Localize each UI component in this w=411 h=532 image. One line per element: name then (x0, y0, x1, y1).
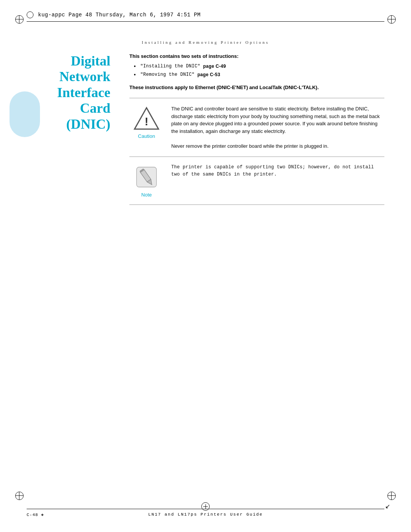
svg-text:!: ! (145, 115, 148, 128)
bullet1-bold: page C-49 (203, 64, 226, 69)
right-column: This section contains two sets of instru… (129, 53, 384, 212)
note-icon-block: Note (129, 164, 164, 198)
title-block: Digital Network Interface Card (DNIC) (27, 53, 122, 132)
reg-mark-br (386, 490, 397, 502)
content-area: Digital Network Interface Card (DNIC) Th… (27, 53, 384, 494)
note-label: Note (141, 192, 151, 198)
page: kug-appc Page 48 Thursday, March 6, 1997… (0, 0, 411, 532)
title-line1: Digital (27, 53, 110, 69)
divider-3 (129, 204, 384, 205)
footer: C-48 ❖ LN17 and LN17ps Printers User Gui… (27, 509, 384, 517)
reg-mark-tl (14, 14, 25, 25)
reg-mark-bl (14, 490, 25, 502)
caution-section: ! Caution The DNIC and controller board … (129, 105, 384, 150)
section-label: Installing and Removing Printer Options (0, 40, 411, 45)
header-bar: kug-appc Page 48 Thursday, March 6, 1997… (27, 11, 384, 22)
reg-mark-tr (386, 14, 397, 25)
caution-triangle-icon: ! (133, 105, 160, 132)
bullet1-mono: "Installing the DNIC" (140, 64, 203, 69)
apply-text: These instructions apply to Ethernet (DN… (129, 84, 384, 91)
note-section: Note The printer is capable of supportin… (129, 164, 384, 198)
divider-2 (129, 157, 384, 157)
corner-arrow-icon: ↙ (385, 503, 390, 510)
left-column: Digital Network Interface Card (DNIC) (27, 53, 122, 132)
bullet-item-2: "Removing the DNIC" page C-53 (133, 72, 384, 78)
title-line2: Network (27, 69, 110, 85)
bullet-list: "Installing the DNIC" page C-49 "Removin… (133, 64, 384, 78)
bullet-item-1: "Installing the DNIC" page C-49 (133, 64, 384, 70)
caution-text: The DNIC and controller board are sensit… (171, 105, 384, 150)
note-pencil-icon (133, 164, 160, 190)
bullet2-bold: page C-53 (198, 72, 220, 77)
caution-icon-block: ! Caution (129, 105, 164, 139)
caution-label: Caution (138, 133, 155, 139)
header-circle-icon (27, 11, 33, 18)
footer-left: C-48 ❖ (27, 512, 44, 517)
note-text: The printer is capable of supporting two… (171, 164, 384, 178)
blue-blob-decoration (10, 91, 40, 137)
header-text: kug-appc Page 48 Thursday, March 6, 1997… (38, 12, 201, 18)
bullet2-mono: "Removing the DNIC" (140, 72, 198, 77)
footer-center: LN17 and LN17ps Printers User Guide (148, 512, 263, 517)
divider-1 (129, 98, 384, 98)
section-heading: This section contains two sets of instru… (129, 53, 384, 59)
